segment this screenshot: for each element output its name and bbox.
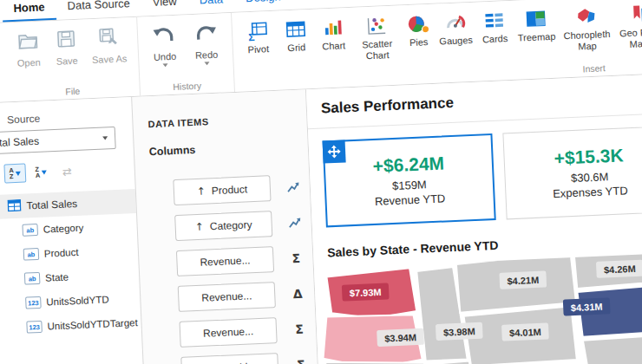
kpi-value: $159M [392,178,427,192]
sort-descending-icon[interactable]: ZA [29,162,52,182]
svg-text:$4.01M: $4.01M [509,327,541,339]
dimension-icon[interactable] [285,180,303,195]
sort-letters: ZA [35,166,40,179]
map-value-label: $4.26M [596,260,642,278]
choropleth-map[interactable]: $7.93M $4.21M $4.26M $3.94M $3.98M $4.01… [314,249,642,364]
redo-button[interactable]: Redo [184,17,227,66]
data-item-unitssold[interactable]: UnitsSold... [180,353,278,364]
insert-gauges-button[interactable]: Gauges [435,7,476,48]
undo-icon [153,23,176,50]
data-item-revenue[interactable]: Revenue... [178,282,276,312]
data-item-row: UnitsSold... Σ [180,351,318,364]
save-icon [55,28,78,55]
tree-item-label: UnitsSoldYTD [46,294,109,307]
tab-home[interactable]: Home [2,0,56,22]
svg-text:$4.31M: $4.31M [571,302,603,314]
data-items-title: DATA ITEMS [147,112,306,129]
data-item-row: ↑ Category [174,209,311,241]
sigma-icon[interactable]: Σ [287,251,305,266]
svg-text:$4.26M: $4.26M [604,263,636,276]
save-button[interactable]: Save [46,23,86,67]
sort-asc-arrow-icon: ↑ [196,185,206,197]
source-label: Source [7,108,132,126]
sort-letters: AZ [9,167,14,180]
data-item-list: ↑ Product ↑ Category Revenue... [173,173,318,364]
insert-cards-button[interactable]: Cards [475,5,514,46]
map-value-label: $4.21M [499,270,547,289]
dashboard-designer-window: Home Data Source View Data Design Open S… [0,0,642,364]
tree-item-field[interactable]: 123 UnitsSoldYTDTarget [0,310,141,341]
button-label: Choropleth Map [559,29,615,53]
data-item-label: Category [210,218,252,232]
data-items-panel: DATA ITEMS Columns ↑ Product ↑ Category [131,89,320,364]
chevron-down-icon [163,63,168,67]
undo-button[interactable]: Undo [142,19,186,68]
swap-icon[interactable]: ⇄ [56,161,78,181]
data-item-category[interactable]: ↑ Category [174,211,272,241]
save-as-icon [97,26,121,53]
map-value-label: $4.31M [563,297,611,315]
insert-pies-button[interactable]: Pies [400,9,436,49]
kpi-delta: +$6.24M [372,153,444,177]
kpi-delta: +$15.3K [554,145,624,168]
cards-icon [482,8,506,33]
state-shape [583,335,642,364]
insert-geo-point-maps-button[interactable]: Geo Point Maps [613,0,642,50]
svg-text:$7.93M: $7.93M [350,287,382,299]
data-item-row: Revenue... Σ [176,244,313,276]
insert-pivot-button[interactable]: Σ Pivot [237,16,278,56]
save-as-button[interactable]: Save As [84,22,133,65]
ribbon-group-file: Open Save Save As File [3,17,141,102]
button-label: Treemap [518,31,556,44]
numeric-field-icon: 123 [26,321,43,334]
svg-text:$3.98M: $3.98M [443,326,475,338]
button-label: Scatter Chart [353,37,403,62]
sigma-icon[interactable]: Σ [291,322,309,336]
data-item-row: ↑ Product [173,173,310,205]
button-label: Chart [322,40,345,52]
data-source-browser: Source Total Sales AZ ZA ⇄ Total Sales [0,97,146,364]
insert-treemap-button[interactable]: Treemap [513,3,560,44]
move-handle[interactable] [323,140,346,163]
data-item-label: Revenue... [200,254,251,269]
tab-data[interactable]: Data [187,0,235,14]
tree-item-label: Category [43,223,83,235]
sort-ascending-icon[interactable]: AZ [3,164,26,184]
text-field-icon: ab [24,272,41,285]
field-tree: Total Sales ab Category ab Product ab St… [0,189,141,341]
redo-icon [193,22,217,49]
table-icon [7,198,22,214]
data-source-select-value: Total Sales [0,135,39,150]
tab-view[interactable]: View [141,0,188,16]
button-label: Redo [195,49,219,61]
insert-choropleth-map-button[interactable]: Choropleth Map [558,1,615,53]
data-item-product[interactable]: ↑ Product [173,175,271,205]
ribbon-group-label-history: History [145,78,229,94]
data-item-label: Revenue... [201,289,252,304]
delta-icon[interactable]: Δ [289,287,307,302]
map-item: $7.93M $4.21M $4.26M $3.94M $3.98M $4.01… [314,240,642,364]
card-expenses-ytd[interactable]: +$15.3K $30.6M Expenses YTD [502,126,642,219]
insert-grid-button[interactable]: Grid [277,14,315,54]
card-revenue-ytd[interactable]: +$6.24M $159M Revenue YTD [323,133,496,227]
card-items: +$6.24M $159M Revenue YTD +$15.3K $30.6M… [323,113,642,228]
data-source-select[interactable]: Total Sales [0,127,116,155]
svg-text:Σ: Σ [248,31,255,42]
dashboard-surface: Sales Performance +$6.24M $159M Revenue … [306,61,642,364]
sort-asc-arrow-icon: ↑ [195,221,205,233]
geo-point-maps-icon [628,2,642,27]
chevron-down-icon [102,136,108,140]
data-item-revenue[interactable]: Revenue... [179,317,277,348]
open-button[interactable]: Open [8,25,48,68]
sigma-icon[interactable]: Σ [292,357,310,364]
kpi-caption: Revenue YTD [375,192,446,208]
data-item-revenue[interactable]: Revenue... [176,246,274,276]
tree-item-label: State [45,271,69,283]
insert-scatter-chart-button[interactable]: Scatter Chart [351,10,402,62]
swap-glyph: ⇄ [62,165,73,178]
field-list-toolbar: AZ ZA ⇄ [3,159,134,184]
treemap-icon [524,6,547,31]
dimension-icon[interactable] [285,216,304,231]
button-label: Undo [154,51,177,62]
insert-chart-button[interactable]: Chart [313,12,353,53]
